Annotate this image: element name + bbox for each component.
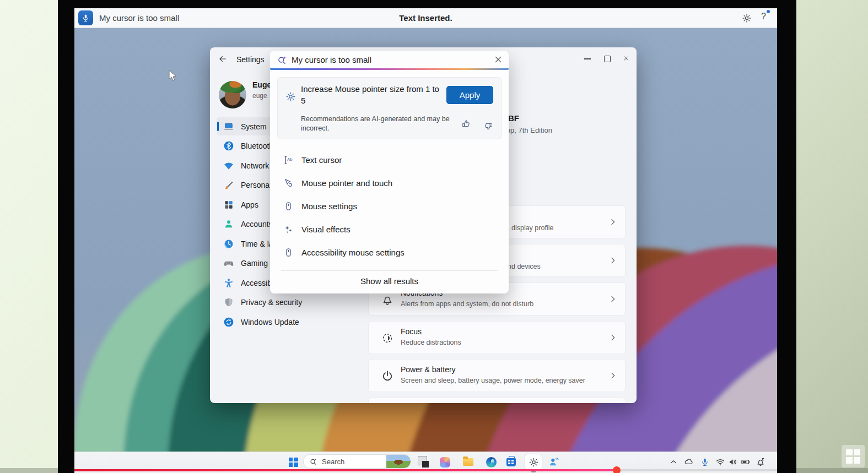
avatar [219, 81, 246, 108]
divider [281, 270, 498, 271]
screen: My cursor is too small Text Inserted. ? [74, 8, 777, 473]
network-icon [223, 160, 234, 171]
search-highlight-image [386, 455, 411, 468]
ai-gradient-underline [270, 68, 509, 70]
personalization-icon [223, 180, 234, 191]
people-button[interactable] [547, 455, 560, 469]
shield-icon [223, 297, 234, 308]
video-progress-track[interactable] [74, 469, 777, 471]
recommendation-card: Increase Mouse pointer size from 1 to 5 … [277, 77, 502, 139]
focus-icon [381, 331, 394, 345]
result-mouse-pointer-touch[interactable]: Mouse pointer and touch [270, 172, 509, 194]
search-flyout: My cursor is too small Increase Mouse po… [270, 51, 509, 293]
maximize-button[interactable] [602, 53, 613, 64]
update-icon [223, 317, 234, 328]
back-arrow-icon[interactable] [218, 55, 227, 63]
minimize-button[interactable] [583, 53, 594, 64]
thumbs-down-icon[interactable] [481, 118, 492, 129]
onedrive-cloud-icon[interactable] [684, 457, 694, 467]
selected-accent [217, 122, 219, 131]
clock-icon [223, 238, 234, 249]
card-focus[interactable]: Focus Reduce distractions [368, 321, 626, 354]
tray-volume-icon[interactable] [728, 457, 738, 467]
edge-button[interactable] [484, 455, 498, 469]
file-explorer-button[interactable] [461, 455, 475, 469]
result-visual-effects[interactable]: Visual effects [270, 218, 509, 240]
chevron-right-icon [608, 256, 617, 265]
mouse-cursor [169, 70, 177, 82]
search-icon [309, 458, 317, 466]
video-progress-fill [74, 469, 617, 471]
tray-wifi-icon[interactable] [715, 457, 725, 467]
windows-watermark-logo [842, 445, 865, 467]
power-icon [381, 369, 394, 383]
user-name: Euge [252, 80, 271, 89]
user-email: euge [252, 92, 267, 100]
ai-search-icon [277, 55, 287, 66]
search-input[interactable]: My cursor is too small [292, 51, 371, 69]
text-cursor-icon [283, 155, 294, 165]
thumbs-up-icon[interactable] [461, 118, 472, 129]
bell-icon [381, 293, 394, 306]
chevron-right-icon [608, 295, 617, 303]
tray-chevron-up-icon[interactable] [668, 457, 678, 467]
device-name: BF [508, 113, 519, 123]
clear-search-icon[interactable] [493, 55, 503, 64]
voice-overlay-bar: My cursor is too small Text Inserted. ? [74, 8, 777, 28]
sidebar-item-privacy[interactable]: Privacy & security [217, 293, 342, 311]
video-frame: My cursor is too small Text Inserted. ? [0, 0, 868, 473]
card-partial[interactable] [368, 398, 626, 403]
card-power-battery[interactable]: Power & battery Screen and sleep, batter… [368, 359, 626, 392]
gear-icon [285, 91, 296, 102]
result-mouse-settings[interactable]: Mouse settings [270, 195, 509, 217]
gamepad-icon [223, 258, 234, 269]
window-title: Settings [236, 55, 265, 64]
task-view-button[interactable] [417, 455, 430, 469]
apps-icon [223, 199, 234, 210]
settings-gear-icon[interactable] [742, 13, 752, 23]
ai-disclaimer: Recommendations are AI-generated and may… [301, 115, 460, 133]
recommendation-title: Increase Mouse pointer size from 1 to 5 [301, 83, 443, 106]
desktop: Settings Euge euge System B [74, 28, 777, 452]
status-message: Text Inserted. [74, 8, 777, 28]
result-accessibility-mouse[interactable]: Accessibility mouse settings [270, 241, 509, 263]
close-button[interactable] [622, 55, 630, 62]
accounts-icon [223, 219, 234, 230]
copilot-button[interactable] [438, 455, 451, 469]
mouse-pointer-touch-icon [283, 178, 294, 188]
taskbar-search[interactable]: Search [303, 454, 411, 469]
monitor-bezel: My cursor is too small Text Inserted. ? [58, 0, 796, 473]
accessibility-icon [223, 278, 234, 289]
chevron-right-icon [608, 218, 617, 226]
tray-notifications-icon[interactable] [756, 457, 765, 467]
search-placeholder: Search [322, 458, 386, 466]
apply-button[interactable]: Apply [446, 86, 493, 104]
store-button[interactable] [504, 455, 517, 469]
start-button[interactable] [287, 455, 300, 469]
notification-dot [767, 10, 770, 13]
chevron-right-icon [608, 333, 617, 342]
visual-effects-icon [283, 224, 294, 235]
system-icon [223, 121, 234, 132]
tray-battery-icon[interactable] [741, 457, 751, 467]
show-all-results[interactable]: Show all results [270, 273, 509, 290]
mouse-icon [283, 201, 294, 211]
video-progress-handle[interactable] [613, 466, 621, 473]
settings-taskbar-button[interactable] [527, 455, 540, 469]
result-text-cursor[interactable]: Text cursor [270, 149, 509, 171]
tray-microphone-icon[interactable] [700, 457, 710, 467]
sidebar-item-windows-update[interactable]: Windows Update [217, 313, 342, 331]
bluetooth-icon [223, 140, 234, 151]
chevron-right-icon [608, 371, 617, 380]
help-icon[interactable]: ? [761, 12, 766, 21]
mouse-icon [283, 247, 294, 258]
